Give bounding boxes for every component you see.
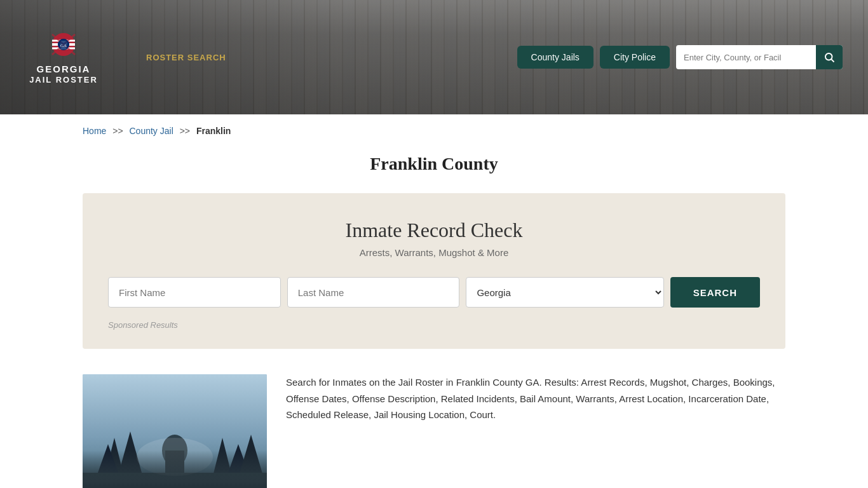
svg-point-6 <box>825 53 832 60</box>
svg-line-7 <box>831 59 834 62</box>
inmate-section-subtitle: Arrests, Warrants, Mugshot & More <box>108 247 760 258</box>
georgia-seal-icon: GA <box>48 30 79 61</box>
header-search-input[interactable] <box>676 53 816 62</box>
county-image <box>83 374 267 488</box>
inmate-record-check-section: Inmate Record Check Arrests, Warrants, M… <box>83 193 785 349</box>
breadcrumb: Home >> County Jail >> Franklin <box>0 114 868 147</box>
page-title: Franklin County <box>0 154 868 174</box>
sponsored-results-label: Sponsored Results <box>108 320 760 330</box>
svg-point-18 <box>137 438 213 476</box>
nav-roster-search[interactable]: ROSTER SEARCH <box>146 53 226 62</box>
last-name-input[interactable] <box>287 277 460 308</box>
search-icon <box>824 51 835 63</box>
site-header: GA GEORGIA JAIL ROSTER ROSTER SEARCH Cou… <box>0 0 868 114</box>
header-search-button[interactable] <box>816 45 843 69</box>
inmate-search-form: Georgia Alabama Alaska Arizona Arkansas … <box>108 277 760 308</box>
svg-rect-17 <box>83 473 267 488</box>
svg-rect-8 <box>83 374 267 488</box>
site-logo[interactable]: GA GEORGIA JAIL ROSTER <box>25 30 102 85</box>
logo-text-georgia: GEORGIA <box>37 64 91 75</box>
state-select[interactable]: Georgia Alabama Alaska Arizona Arkansas … <box>466 277 663 308</box>
svg-text:GA: GA <box>60 43 67 48</box>
first-name-input[interactable] <box>108 277 281 308</box>
svg-marker-12 <box>92 444 124 488</box>
header-nav-right: County Jails City Police <box>517 45 843 69</box>
description-text: Search for Inmates on the Jail Roster in… <box>286 374 785 423</box>
county-image-svg <box>83 374 267 488</box>
breadcrumb-county-jail-link[interactable]: County Jail <box>130 126 173 136</box>
breadcrumb-home-link[interactable]: Home <box>83 126 106 136</box>
breadcrumb-sep-1: >> <box>112 126 123 136</box>
city-police-button[interactable]: City Police <box>600 46 670 69</box>
county-jails-button[interactable]: County Jails <box>517 46 593 69</box>
breadcrumb-current: Franklin <box>196 126 231 136</box>
svg-marker-15 <box>222 444 254 488</box>
inmate-section-title: Inmate Record Check <box>108 219 760 242</box>
inmate-search-button[interactable]: SEARCH <box>670 277 760 308</box>
bottom-section: Search for Inmates on the Jail Roster in… <box>83 374 785 488</box>
header-search-bar <box>676 45 843 69</box>
breadcrumb-sep-2: >> <box>180 126 190 136</box>
logo-text-jail: JAIL ROSTER <box>29 75 98 85</box>
svg-rect-10 <box>165 451 184 476</box>
